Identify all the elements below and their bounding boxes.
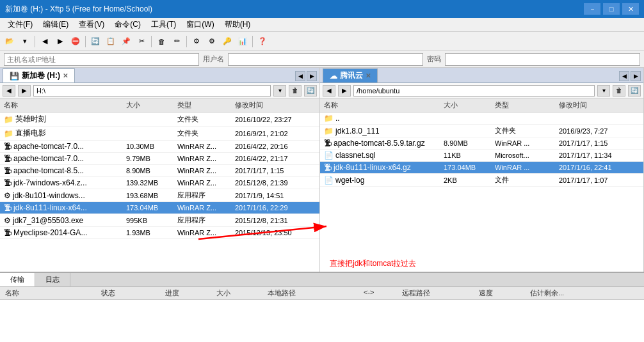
right-file-row[interactable]: 🗜 jdk-8u111-linux-x64.gz 173.04MB WinRAR… [320, 162, 643, 174]
left-file-row[interactable]: ⚙ jdk-8u101-windows... 193.68MB 应用程序 201… [0, 189, 319, 202]
tb-transfer-settings[interactable]: ⚙ [205, 35, 219, 49]
left-tab-close[interactable]: ✕ [63, 72, 68, 79]
left-file-row[interactable]: 🗜 jdk-8u111-linux-x64... 173.04MB WinRAR… [0, 202, 319, 214]
left-delete-btn[interactable]: 🗑 [289, 85, 302, 97]
tb-rename[interactable]: ✏ [170, 35, 184, 49]
tb-back[interactable]: ◀ [38, 35, 52, 49]
right-col-size[interactable]: 大小 [442, 100, 494, 111]
tb-open[interactable]: 📂 [3, 35, 17, 49]
right-delete-btn[interactable]: 🗑 [613, 85, 625, 97]
menu-command[interactable]: 命令(C) [109, 18, 146, 31]
left-file-row[interactable]: 📁 直播电影 文件夹 2016/9/21, 21:02 [0, 127, 319, 141]
maximize-button[interactable]: □ [603, 3, 620, 15]
title-bar: 新加卷 (H:) - Xftp 5 (Free for Home/School)… [0, 0, 644, 18]
tb-refresh[interactable]: 🔄 [88, 35, 102, 49]
tb-help[interactable]: ❓ [255, 35, 270, 49]
tb-paste[interactable]: 📌 [119, 35, 133, 49]
right-tab-close[interactable]: ✕ [366, 72, 371, 79]
toolbar: 📂 ▾ ◀ ▶ ⛔ 🔄 📋 📌 ✂ 🗑 ✏ ⚙ ⚙ 🔑 📊 ❓ [0, 32, 644, 51]
right-file-row[interactable]: 📄 classnet.sql 11KB Microsoft... 2017/1/… [320, 150, 643, 162]
right-refresh-btn[interactable]: 🔄 [628, 85, 641, 97]
tb-forward[interactable]: ▶ [53, 35, 67, 49]
bottom-tab-log[interactable]: 日志 [35, 273, 70, 286]
right-forward-btn[interactable]: ▶ [338, 85, 351, 97]
left-file-row[interactable]: 🗜 Myeclipse-2014-GA... 1.93MB WinRAR Z..… [0, 227, 319, 239]
right-path-input[interactable] [353, 85, 595, 97]
username-input[interactable] [228, 53, 423, 66]
host-input[interactable] [4, 53, 199, 66]
left-file-row[interactable]: 🗜 apache-tomcat-7.0... 9.79MB WinRAR Z..… [0, 153, 319, 165]
right-tab-next[interactable]: ▶ [631, 71, 641, 81]
menu-edit[interactable]: 编辑(E) [38, 18, 74, 31]
left-file-list: 名称 大小 类型 修改时间 📁 英雄时刻 文件夹 2016/10/22, 23:… [0, 98, 319, 272]
tb-stop[interactable]: ⛔ [68, 35, 83, 49]
file-icon: 📁 [4, 115, 13, 124]
minimize-button[interactable]: － [584, 3, 600, 15]
right-file-size: 8.90MB [442, 138, 494, 148]
left-back-btn[interactable]: ◀ [3, 85, 15, 97]
menu-help[interactable]: 帮助(H) [220, 18, 256, 31]
left-col-name[interactable]: 名称 [3, 100, 125, 111]
transfer-col-status: 状态 [99, 288, 163, 299]
tb-settings[interactable]: ⚙ [189, 35, 204, 49]
right-file-row[interactable]: 📁 .. [320, 113, 643, 125]
right-col-date[interactable]: 修改时间 [558, 100, 641, 111]
tb-key[interactable]: 🔑 [220, 35, 234, 49]
right-tab-label: 腾讯云 [340, 70, 363, 81]
username-label: 用户名 [203, 54, 224, 64]
close-button[interactable]: ✕ [622, 3, 639, 15]
file-icon: 🗜 [324, 163, 332, 172]
file-icon: ⚙ [4, 191, 11, 200]
left-col-size[interactable]: 大小 [125, 100, 176, 111]
password-input[interactable] [445, 53, 640, 66]
left-path-dropdown[interactable]: ▾ [273, 85, 286, 97]
left-file-type: 应用程序 [176, 215, 234, 226]
tb-delete[interactable]: 🗑 [154, 35, 168, 49]
left-refresh-btn[interactable]: 🔄 [304, 85, 317, 97]
right-path-dropdown[interactable]: ▾ [597, 85, 610, 97]
left-tab-active[interactable]: 💾 新加卷 (H:) ✕ [3, 68, 75, 82]
bottom-tab-transfer[interactable]: 传输 [0, 273, 35, 286]
right-col-name[interactable]: 名称 [323, 100, 442, 111]
tb-cut[interactable]: ✂ [134, 35, 149, 49]
left-file-size [125, 113, 176, 125]
password-label: 密码 [427, 54, 441, 64]
left-forward-btn[interactable]: ▶ [18, 85, 31, 97]
menu-view[interactable]: 查看(V) [74, 18, 109, 31]
menu-file[interactable]: 文件(F) [3, 18, 38, 31]
right-file-date: 2017/1/17, 1:07 [558, 175, 641, 185]
right-file-type: WinRAR ... [494, 162, 558, 173]
left-file-row[interactable]: 🗜 apache-tomcat-7.0... 10.30MB WinRAR Z.… [0, 141, 319, 153]
right-file-row[interactable]: 🗜 apache-tomcat-8.5.9.tar.gz 8.90MB WinR… [320, 137, 643, 150]
right-back-btn[interactable]: ◀ [323, 85, 335, 97]
tb-copy[interactable]: 📋 [104, 35, 118, 49]
right-file-type: WinRAR ... [494, 138, 558, 148]
menu-tools[interactable]: 工具(T) [146, 18, 181, 31]
left-file-row[interactable]: 🗜 apache-tomcat-8.5... 8.90MB WinRAR Z..… [0, 165, 319, 177]
left-file-date: 2017/1/17, 1:15 [234, 166, 317, 176]
right-tab-prev[interactable]: ◀ [619, 71, 629, 81]
left-tab-next[interactable]: ▶ [307, 71, 317, 81]
left-tab-bar: 💾 新加卷 (H:) ✕ ◀ ▶ [0, 68, 319, 83]
left-col-type[interactable]: 类型 [176, 100, 234, 111]
left-file-size: 139.32MB [125, 178, 176, 188]
left-file-type: 应用程序 [176, 190, 234, 201]
tb-properties[interactable]: 📊 [236, 35, 250, 49]
left-file-date: 2017/1/16, 22:29 [234, 203, 317, 213]
tb-arrow1[interactable]: ▾ [18, 35, 32, 49]
right-file-row[interactable]: 📄 wget-log 2KB 文件 2017/1/17, 1:07 [320, 174, 643, 187]
left-file-size: 8.90MB [125, 166, 176, 176]
left-col-date[interactable]: 修改时间 [234, 100, 317, 111]
left-panel: 💾 新加卷 (H:) ✕ ◀ ▶ ◀ ▶ ▾ 🗑 🔄 [0, 68, 320, 272]
right-tab-active[interactable]: ☁ 腾讯云 ✕ [323, 68, 378, 82]
left-file-row[interactable]: 🗜 jdk-7windows-x64.z... 139.32MB WinRAR … [0, 177, 319, 189]
right-file-type: Microsoft... [494, 150, 558, 160]
transfer-col-local: 本地路径 [265, 288, 361, 299]
right-file-row[interactable]: 📁 jdk1.8.0_111 文件夹 2016/9/23, 7:27 [320, 125, 643, 137]
left-tab-prev[interactable]: ◀ [295, 71, 305, 81]
menu-window[interactable]: 窗口(W) [181, 18, 219, 31]
left-file-row[interactable]: ⚙ jdk7_31@55503.exe 995KB 应用程序 2015/12/8… [0, 214, 319, 227]
left-file-row[interactable]: 📁 英雄时刻 文件夹 2016/10/22, 23:27 [0, 113, 319, 127]
right-col-type[interactable]: 类型 [494, 100, 558, 111]
left-path-input[interactable] [33, 85, 271, 97]
